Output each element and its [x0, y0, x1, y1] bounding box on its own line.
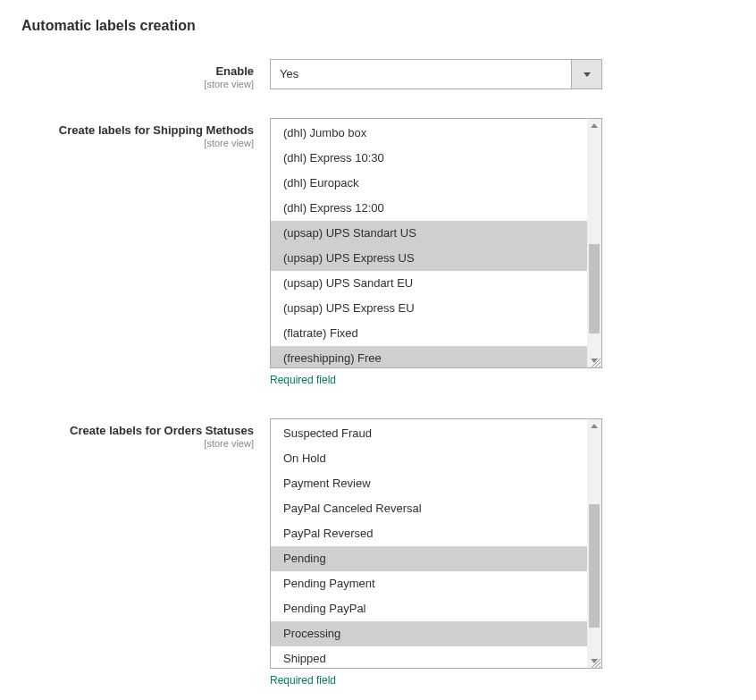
listbox-option[interactable]: Pending Payment: [271, 571, 587, 596]
order-statuses-scope: [store view]: [21, 438, 254, 449]
listbox-option[interactable]: PayPal Reversed: [271, 521, 587, 546]
scrollbar-thumb[interactable]: [589, 504, 600, 628]
scrollbar-thumb[interactable]: [589, 244, 600, 333]
listbox-option[interactable]: Pending PayPal: [271, 596, 587, 621]
scroll-up-button[interactable]: [587, 119, 601, 132]
scrollbar[interactable]: [587, 419, 601, 668]
listbox-option[interactable]: (upsap) UPS Sandart EU: [271, 271, 587, 296]
order-statuses-label: Create labels for Orders Statuses: [21, 424, 254, 437]
scroll-down-button[interactable]: [587, 654, 601, 668]
listbox-option[interactable]: Payment Review: [271, 471, 587, 496]
listbox-option[interactable]: (dhl) Express 12:00: [271, 196, 587, 221]
scroll-down-button[interactable]: [587, 354, 601, 367]
field-order-statuses: Create labels for Orders Statuses [store…: [21, 418, 735, 700]
field-shipping-methods: Create labels for Shipping Methods [stor…: [21, 118, 735, 411]
chevron-up-icon: [591, 424, 598, 428]
chevron-up-icon: [591, 123, 598, 128]
listbox-option[interactable]: (dhl) Europack: [271, 171, 587, 196]
enable-select-arrow[interactable]: [571, 60, 601, 89]
listbox-option[interactable]: Pending: [271, 546, 587, 571]
listbox-option[interactable]: On Hold: [271, 446, 587, 471]
section-title: Automatic labels creation: [21, 18, 735, 34]
enable-select-value: Yes: [271, 60, 571, 89]
listbox-option[interactable]: (dhl) Express 10:30: [271, 146, 587, 171]
enable-label: Enable: [21, 64, 254, 78]
listbox-option[interactable]: (upsap) UPS Express EU: [271, 296, 587, 321]
enable-scope: [store view]: [21, 79, 254, 89]
listbox-option[interactable]: PayPal Canceled Reversal: [271, 496, 587, 521]
chevron-down-icon: [584, 72, 591, 77]
scroll-up-button[interactable]: [587, 419, 601, 433]
listbox-option[interactable]: Suspected Fraud: [271, 421, 587, 446]
shipping-methods-scope: [store view]: [21, 138, 254, 148]
order-statuses-listbox[interactable]: Suspected FraudOn HoldPayment ReviewPayP…: [270, 418, 602, 669]
listbox-option[interactable]: (flatrate) Fixed: [271, 321, 587, 346]
shipping-methods-label: Create labels for Shipping Methods: [21, 123, 254, 137]
listbox-option[interactable]: (upsap) UPS Express US: [271, 246, 587, 271]
shipping-methods-note: Required field: [270, 374, 627, 386]
listbox-option[interactable]: (freeshipping) Free: [271, 346, 587, 367]
order-statuses-note: Required field: [270, 674, 627, 687]
chevron-down-icon: [591, 659, 598, 663]
chevron-down-icon: [591, 358, 598, 363]
label-col: Create labels for Shipping Methods [stor…: [21, 118, 270, 148]
label-col: Create labels for Orders Statuses [store…: [21, 418, 270, 449]
listbox-option[interactable]: (dhl) Jumbo box: [271, 121, 587, 146]
listbox-option[interactable]: (upsap) UPS Standart US: [271, 221, 587, 246]
enable-select[interactable]: Yes: [270, 59, 602, 89]
scrollbar[interactable]: [587, 119, 601, 367]
listbox-option[interactable]: Processing: [271, 621, 587, 646]
label-col: Enable [store view]: [21, 59, 270, 89]
field-enable: Enable [store view] Yes: [21, 59, 735, 89]
shipping-methods-listbox[interactable]: (dhl) Jumbo box(dhl) Express 10:30(dhl) …: [270, 118, 602, 368]
listbox-option[interactable]: Shipped: [271, 646, 587, 668]
